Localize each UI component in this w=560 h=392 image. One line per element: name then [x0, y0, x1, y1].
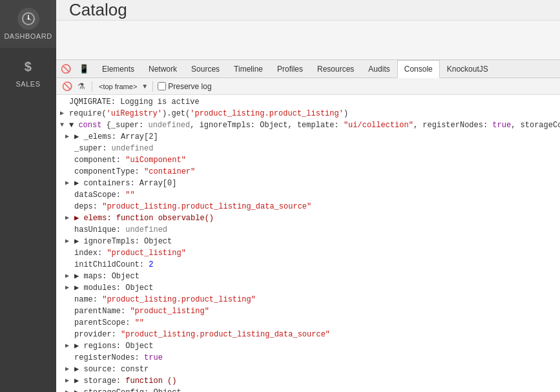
sidebar-item-sales[interactable]: $ SALES: [0, 48, 56, 96]
svg-point-1: [27, 18, 29, 20]
frame-select-arrow[interactable]: ▼: [141, 83, 148, 90]
tab-resources[interactable]: Resources: [310, 60, 361, 78]
console-line: component: "uiComponent": [56, 154, 560, 166]
expand-icon[interactable]: ▶: [65, 376, 69, 386]
console-line: ▶▶ containers: Array[0]: [56, 178, 560, 189]
console-line: ▶require('uiRegistry').get('product_list…: [56, 108, 560, 119]
console-line: _super: undefined: [56, 143, 560, 154]
collapse-icon[interactable]: ▼: [60, 120, 64, 130]
console-line: ▶▶ elems: function observable(): [56, 212, 560, 224]
page-title: Catalog: [69, 0, 127, 20]
console-line: ▶▶ storageConfig: Object: [56, 387, 560, 392]
console-line: componentType: "container": [56, 166, 560, 178]
expand-icon[interactable]: ▶: [65, 364, 69, 375]
tab-profiles[interactable]: Profiles: [270, 60, 310, 78]
console-line: ▶▶ regions: Object: [56, 340, 560, 352]
console-line: index: "product_listing": [56, 247, 560, 259]
preserve-log-label[interactable]: Preserve log: [158, 82, 211, 91]
console-line: JQMIGRATE: Logging is active: [56, 96, 560, 108]
expand-icon[interactable]: ▶: [65, 213, 69, 223]
console-line: ▶▶ _elems: Array[2]: [56, 131, 560, 143]
top-bar: Catalog: [56, 0, 560, 21]
sidebar-item-dashboard[interactable]: DASHBOARD: [0, 0, 56, 48]
expand-icon[interactable]: ▶: [65, 283, 69, 293]
devtools-tabs-bar: 🚫 📱 Elements Network Sources Timeline Pr…: [56, 60, 560, 78]
console-line: parentName: "product_listing": [56, 305, 560, 317]
console-line: name: "product_listing.product_listing": [56, 294, 560, 305]
console-line: initChildCount: 2: [56, 259, 560, 271]
console-line: dataScope: "": [56, 189, 560, 201]
dashboard-icon: [17, 8, 39, 30]
console-line: ▶▶ storage: function (): [56, 375, 560, 387]
expand-icon[interactable]: ▶: [60, 108, 64, 119]
console-line: registerNodes: true: [56, 352, 560, 364]
clear-console-button[interactable]: 🚫: [61, 81, 73, 92]
frame-select[interactable]: <top frame>: [97, 82, 139, 91]
console-line: ▼▼ const {_super: undefined, ignoreTmpls…: [56, 119, 560, 131]
expand-icon[interactable]: ▶: [65, 132, 69, 142]
console-line: ▶▶ source: constr: [56, 364, 560, 375]
console-line: hasUnique: undefined: [56, 224, 560, 236]
devtools-prohibit-icon[interactable]: 🚫: [59, 64, 73, 74]
devtools-toolbar: 🚫 ⚗ <top frame> ▼ Preserve log: [56, 78, 560, 95]
console-line: parentScope: "": [56, 317, 560, 329]
console-line: ▶▶ modules: Object: [56, 282, 560, 294]
tab-elements[interactable]: Elements: [95, 60, 141, 78]
sales-label: SALES: [16, 80, 41, 88]
console-line: ▶▶ ignoreTmpls: Object: [56, 236, 560, 247]
console-line: deps: "product_listing.product_listing_d…: [56, 201, 560, 212]
devtools-panel: 🚫 📱 Elements Network Sources Timeline Pr…: [56, 59, 560, 392]
content-area: [56, 21, 560, 59]
tab-sources[interactable]: Sources: [184, 60, 227, 78]
expand-icon[interactable]: ▶: [65, 387, 69, 392]
console-output: JQMIGRATE: Logging is active▶require('ui…: [56, 95, 560, 392]
devtools-mobile-icon[interactable]: 📱: [77, 64, 91, 74]
filter-button[interactable]: ⚗: [76, 81, 87, 92]
dashboard-label: DASHBOARD: [4, 32, 52, 40]
toolbar-separator-2: [152, 81, 153, 92]
expand-icon[interactable]: ▶: [65, 341, 69, 351]
console-line: ▶▶ maps: Object: [56, 271, 560, 282]
preserve-log-checkbox[interactable]: [158, 82, 166, 90]
tab-knockoutjs[interactable]: KnockoutJS: [440, 60, 495, 78]
console-line: provider: "product_listing.product_listi…: [56, 329, 560, 340]
main-content: Catalog 🚫 📱 Elements Network Sources Tim…: [56, 0, 560, 392]
sales-icon: $: [17, 56, 39, 77]
expand-icon[interactable]: ▶: [65, 236, 69, 247]
sidebar: DASHBOARD $ SALES: [0, 0, 56, 392]
expand-icon[interactable]: ▶: [65, 178, 69, 189]
tab-audits[interactable]: Audits: [361, 60, 397, 78]
tab-network[interactable]: Network: [141, 60, 184, 78]
toolbar-separator-1: [92, 81, 92, 92]
expand-icon[interactable]: ▶: [65, 271, 69, 282]
tab-console[interactable]: Console: [397, 60, 440, 78]
tab-timeline[interactable]: Timeline: [227, 60, 270, 78]
